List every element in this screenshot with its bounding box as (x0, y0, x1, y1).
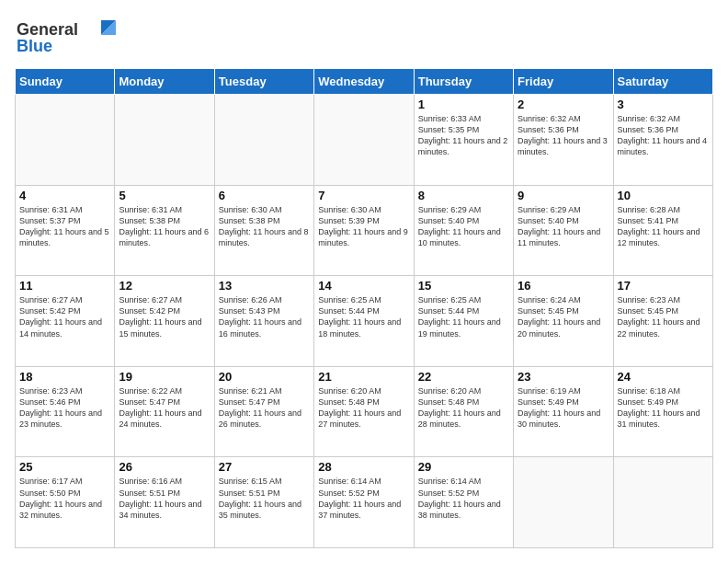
day-info: Sunrise: 6:25 AM Sunset: 5:44 PM Dayligh… (418, 294, 509, 339)
day-cell: 26Sunrise: 6:16 AM Sunset: 5:51 PM Dayli… (115, 457, 214, 548)
day-number: 13 (219, 279, 310, 293)
col-header-thursday: Thursday (414, 69, 513, 95)
day-number: 28 (318, 460, 409, 474)
day-cell: 6Sunrise: 6:30 AM Sunset: 5:38 PM Daylig… (214, 185, 313, 276)
day-number: 25 (19, 460, 110, 474)
day-info: Sunrise: 6:30 AM Sunset: 5:38 PM Dayligh… (219, 204, 310, 249)
day-cell: 12Sunrise: 6:27 AM Sunset: 5:42 PM Dayli… (115, 276, 214, 367)
day-number: 12 (119, 279, 210, 293)
day-number: 29 (418, 460, 509, 474)
day-info: Sunrise: 6:32 AM Sunset: 5:36 PM Dayligh… (518, 113, 609, 158)
week-row-4: 25Sunrise: 6:17 AM Sunset: 5:50 PM Dayli… (16, 457, 713, 548)
day-info: Sunrise: 6:31 AM Sunset: 5:38 PM Dayligh… (119, 204, 210, 249)
day-cell (214, 95, 313, 186)
col-header-tuesday: Tuesday (214, 69, 313, 95)
day-cell: 18Sunrise: 6:23 AM Sunset: 5:46 PM Dayli… (16, 366, 115, 457)
logo: General Blue (15, 15, 116, 59)
day-number: 10 (618, 189, 709, 202)
col-header-saturday: Saturday (613, 69, 712, 95)
week-row-0: 1Sunrise: 6:33 AM Sunset: 5:35 PM Daylig… (16, 95, 713, 186)
day-cell (613, 457, 712, 548)
day-number: 2 (518, 98, 609, 111)
calendar-table: SundayMondayTuesdayWednesdayThursdayFrid… (15, 68, 713, 548)
day-cell: 2Sunrise: 6:32 AM Sunset: 5:36 PM Daylig… (514, 95, 613, 186)
day-info: Sunrise: 6:16 AM Sunset: 5:51 PM Dayligh… (119, 476, 210, 521)
week-row-3: 18Sunrise: 6:23 AM Sunset: 5:46 PM Dayli… (16, 366, 713, 457)
day-info: Sunrise: 6:23 AM Sunset: 5:45 PM Dayligh… (618, 294, 709, 339)
day-info: Sunrise: 6:21 AM Sunset: 5:47 PM Dayligh… (219, 385, 310, 431)
day-number: 3 (618, 98, 709, 111)
day-cell: 9Sunrise: 6:29 AM Sunset: 5:40 PM Daylig… (514, 185, 613, 276)
day-number: 15 (418, 279, 509, 293)
day-cell: 23Sunrise: 6:19 AM Sunset: 5:49 PM Dayli… (514, 366, 613, 457)
day-info: Sunrise: 6:29 AM Sunset: 5:40 PM Dayligh… (418, 204, 509, 249)
day-cell (314, 95, 414, 186)
day-cell: 1Sunrise: 6:33 AM Sunset: 5:35 PM Daylig… (414, 95, 513, 186)
header: General Blue (15, 15, 713, 59)
day-cell: 24Sunrise: 6:18 AM Sunset: 5:49 PM Dayli… (613, 366, 712, 457)
calendar-header-row: SundayMondayTuesdayWednesdayThursdayFrid… (16, 69, 713, 95)
day-info: Sunrise: 6:32 AM Sunset: 5:36 PM Dayligh… (618, 113, 709, 158)
day-number: 16 (518, 279, 609, 293)
day-number: 5 (119, 189, 210, 202)
day-number: 22 (418, 370, 509, 384)
day-cell: 15Sunrise: 6:25 AM Sunset: 5:44 PM Dayli… (414, 276, 513, 367)
svg-text:Blue: Blue (17, 37, 52, 55)
day-cell: 8Sunrise: 6:29 AM Sunset: 5:40 PM Daylig… (414, 185, 513, 276)
day-cell: 27Sunrise: 6:15 AM Sunset: 5:51 PM Dayli… (214, 457, 313, 548)
day-info: Sunrise: 6:14 AM Sunset: 5:52 PM Dayligh… (318, 476, 409, 521)
day-number: 20 (219, 370, 310, 384)
day-info: Sunrise: 6:22 AM Sunset: 5:47 PM Dayligh… (119, 385, 210, 431)
day-number: 9 (518, 189, 609, 202)
week-row-2: 11Sunrise: 6:27 AM Sunset: 5:42 PM Dayli… (16, 276, 713, 367)
week-row-1: 4Sunrise: 6:31 AM Sunset: 5:37 PM Daylig… (16, 185, 713, 276)
day-info: Sunrise: 6:24 AM Sunset: 5:45 PM Dayligh… (518, 294, 609, 339)
day-number: 26 (119, 460, 210, 474)
day-cell (115, 95, 214, 186)
day-info: Sunrise: 6:28 AM Sunset: 5:41 PM Dayligh… (618, 204, 709, 249)
col-header-monday: Monday (115, 69, 214, 95)
day-info: Sunrise: 6:30 AM Sunset: 5:39 PM Dayligh… (318, 204, 409, 249)
col-header-friday: Friday (514, 69, 613, 95)
day-cell: 22Sunrise: 6:20 AM Sunset: 5:48 PM Dayli… (414, 366, 513, 457)
day-info: Sunrise: 6:25 AM Sunset: 5:44 PM Dayligh… (318, 294, 409, 339)
day-cell: 17Sunrise: 6:23 AM Sunset: 5:45 PM Dayli… (613, 276, 712, 367)
day-info: Sunrise: 6:27 AM Sunset: 5:42 PM Dayligh… (119, 294, 210, 339)
day-cell: 5Sunrise: 6:31 AM Sunset: 5:38 PM Daylig… (115, 185, 214, 276)
day-cell: 19Sunrise: 6:22 AM Sunset: 5:47 PM Dayli… (115, 366, 214, 457)
day-cell: 4Sunrise: 6:31 AM Sunset: 5:37 PM Daylig… (16, 185, 115, 276)
day-cell: 28Sunrise: 6:14 AM Sunset: 5:52 PM Dayli… (314, 457, 414, 548)
day-cell: 16Sunrise: 6:24 AM Sunset: 5:45 PM Dayli… (514, 276, 613, 367)
day-info: Sunrise: 6:33 AM Sunset: 5:35 PM Dayligh… (418, 113, 509, 158)
day-cell (16, 95, 115, 186)
day-number: 17 (618, 279, 709, 293)
day-number: 6 (219, 189, 310, 202)
day-info: Sunrise: 6:19 AM Sunset: 5:49 PM Dayligh… (518, 385, 609, 431)
day-cell: 21Sunrise: 6:20 AM Sunset: 5:48 PM Dayli… (314, 366, 414, 457)
day-cell: 3Sunrise: 6:32 AM Sunset: 5:36 PM Daylig… (613, 95, 712, 186)
day-info: Sunrise: 6:15 AM Sunset: 5:51 PM Dayligh… (219, 476, 310, 521)
col-header-sunday: Sunday (16, 69, 115, 95)
page: General Blue SundayMondayTuesdayWednesda… (0, 0, 728, 563)
day-number: 8 (418, 189, 509, 202)
day-cell: 14Sunrise: 6:25 AM Sunset: 5:44 PM Dayli… (314, 276, 414, 367)
col-header-wednesday: Wednesday (314, 69, 414, 95)
day-number: 19 (119, 370, 210, 384)
day-info: Sunrise: 6:29 AM Sunset: 5:40 PM Dayligh… (518, 204, 609, 249)
day-cell: 25Sunrise: 6:17 AM Sunset: 5:50 PM Dayli… (16, 457, 115, 548)
day-cell: 11Sunrise: 6:27 AM Sunset: 5:42 PM Dayli… (16, 276, 115, 367)
day-number: 11 (19, 279, 110, 293)
day-info: Sunrise: 6:17 AM Sunset: 5:50 PM Dayligh… (19, 476, 110, 521)
day-cell (514, 457, 613, 548)
day-info: Sunrise: 6:27 AM Sunset: 5:42 PM Dayligh… (19, 294, 110, 339)
day-info: Sunrise: 6:18 AM Sunset: 5:49 PM Dayligh… (618, 385, 709, 431)
day-cell: 20Sunrise: 6:21 AM Sunset: 5:47 PM Dayli… (214, 366, 313, 457)
day-number: 24 (618, 370, 709, 384)
day-cell: 10Sunrise: 6:28 AM Sunset: 5:41 PM Dayli… (613, 185, 712, 276)
day-number: 14 (318, 279, 409, 293)
day-info: Sunrise: 6:23 AM Sunset: 5:46 PM Dayligh… (19, 385, 110, 431)
day-info: Sunrise: 6:20 AM Sunset: 5:48 PM Dayligh… (418, 385, 509, 431)
day-number: 1 (418, 98, 509, 111)
day-cell: 29Sunrise: 6:14 AM Sunset: 5:52 PM Dayli… (414, 457, 513, 548)
svg-text:General: General (17, 20, 78, 39)
